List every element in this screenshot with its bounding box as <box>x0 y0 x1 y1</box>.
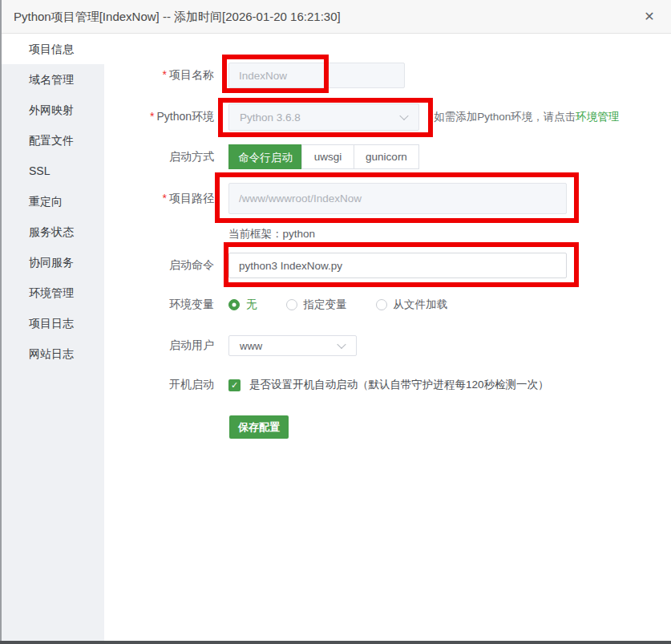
tab-command-line-start[interactable]: 命令行启动 <box>228 144 302 169</box>
env-vars-row: 环境变量 无 指定变量 从文件加载 <box>104 298 476 311</box>
current-framework-note: 当前框架：python <box>228 227 315 241</box>
auto-start-label: 开机启动 <box>104 378 214 392</box>
env-vars-label: 环境变量 <box>104 298 214 312</box>
close-icon[interactable]: ✕ <box>639 0 660 34</box>
dialog-title: Python项目管理[IndexNow] -- 添加时间[2026-01-20 … <box>14 0 341 34</box>
sidebar-item-env-manage[interactable]: 环境管理 <box>0 277 104 308</box>
radio-icon <box>376 299 387 310</box>
python-env-label: *Python环境 <box>104 110 214 124</box>
tab-uwsgi[interactable]: uwsgi <box>301 144 354 169</box>
start-command-row: 启动命令 <box>104 253 567 278</box>
python-env-select[interactable]: Python 3.6.8 <box>228 103 419 131</box>
radio-icon <box>228 299 240 310</box>
titlebar: Python项目管理[IndexNow] -- 添加时间[2026-01-20 … <box>0 0 671 34</box>
auto-start-row: 开机启动 ✓ 是否设置开机自动启动（默认自带守护进程每120秒检测一次） <box>104 378 549 392</box>
sidebar-item-config-file[interactable]: 配置文件 <box>0 125 104 156</box>
project-path-input[interactable] <box>228 183 567 214</box>
required-mark: * <box>428 111 432 123</box>
env-vars-radio-group: 无 指定变量 从文件加载 <box>228 298 476 312</box>
project-name-row: *项目名称 <box>104 63 405 88</box>
python-project-manager-dialog: Python项目管理[IndexNow] -- 添加时间[2026-01-20 … <box>0 0 671 644</box>
radio-none[interactable]: 无 <box>228 298 257 312</box>
chevron-down-icon <box>399 111 408 120</box>
sidebar-item-ssl[interactable]: SSL <box>0 156 104 186</box>
required-mark: * <box>163 192 167 205</box>
save-config-button[interactable]: 保存配置 <box>229 415 289 439</box>
python-env-selected-value: Python 3.6.8 <box>229 111 301 124</box>
tab-gunicorn[interactable]: gunicorn <box>354 144 419 169</box>
start-mode-label: 启动方式 <box>104 150 214 164</box>
run-user-row: 启动用户 www <box>104 335 357 356</box>
sidebar-item-project-info[interactable]: 项目信息 <box>0 34 104 64</box>
run-user-selected-value: www <box>229 340 262 352</box>
start-command-input[interactable] <box>228 253 567 278</box>
run-user-label: 启动用户 <box>104 338 214 353</box>
sidebar-item-project-log[interactable]: 项目日志 <box>0 308 104 338</box>
radio-specify-vars[interactable]: 指定变量 <box>286 298 347 312</box>
auto-start-text: 是否设置开机自动启动（默认自带守护进程每120秒检测一次） <box>249 378 549 392</box>
chevron-down-icon <box>337 340 346 349</box>
python-env-hint: *如需添加Python环境，请点击环境管理 <box>428 110 619 124</box>
sidebar-item-site-log[interactable]: 网站日志 <box>0 338 104 369</box>
start-command-label: 启动命令 <box>104 258 214 273</box>
env-manage-link[interactable]: 环境管理 <box>576 111 619 123</box>
sidebar-item-domain-manage[interactable]: 域名管理 <box>0 64 104 95</box>
window-bottom-edge <box>0 641 671 644</box>
python-env-row: *Python环境 Python 3.6.8 *如需添加Python环境，请点击… <box>104 103 619 131</box>
sidebar-item-service-status[interactable]: 服务状态 <box>0 217 104 247</box>
auto-start-checkbox[interactable]: ✓ <box>228 379 241 391</box>
radio-icon <box>286 299 297 310</box>
project-path-row: *项目路径 <box>104 183 567 214</box>
sidebar-nav: 项目信息 域名管理 外网映射 配置文件 SSL 重定向 服务状态 协同服务 环境… <box>0 34 104 644</box>
project-name-label: *项目名称 <box>104 68 214 83</box>
required-mark: * <box>163 68 167 81</box>
start-mode-tabs: 命令行启动 uwsgi gunicorn <box>228 144 419 169</box>
window-left-edge <box>0 0 2 644</box>
sidebar-item-external-mapping[interactable]: 外网映射 <box>0 95 104 125</box>
radio-load-from-file[interactable]: 从文件加载 <box>376 298 448 312</box>
run-user-select[interactable]: www <box>228 335 357 356</box>
start-mode-row: 启动方式 命令行启动 uwsgi gunicorn <box>104 144 419 169</box>
sidebar-item-co-service[interactable]: 协同服务 <box>0 247 104 277</box>
sidebar-item-redirect[interactable]: 重定向 <box>0 186 104 217</box>
required-mark: * <box>150 110 154 123</box>
project-name-input[interactable] <box>228 63 405 88</box>
project-path-label: *项目路径 <box>104 192 214 206</box>
